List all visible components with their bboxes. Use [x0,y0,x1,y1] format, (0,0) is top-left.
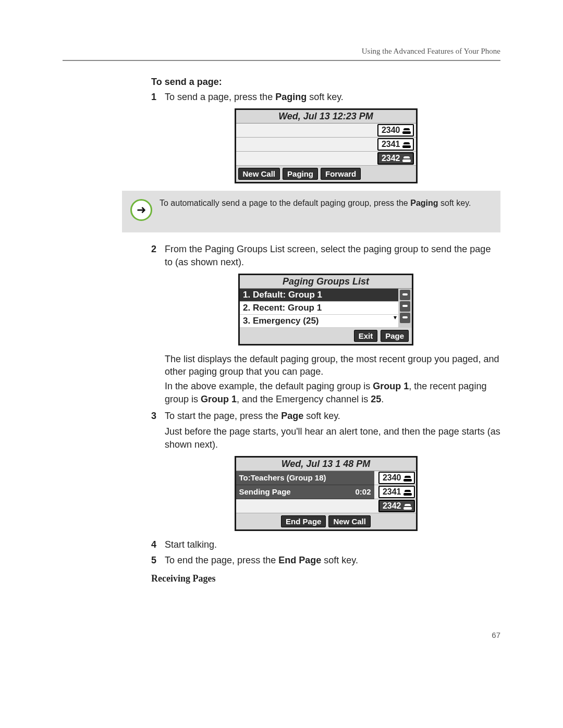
softkey-row: Exit Page [240,328,412,344]
screen-title: Paging Groups List [240,275,412,289]
step-2: 2 From the Paging Groups List screen, se… [151,243,500,268]
phone-icon [402,141,411,148]
content-column: To send a page: 1 To send a page, press … [151,77,500,584]
tip-callout: ➜ To automatically send a page to the de… [122,191,500,232]
phone-datetime: Wed, Jul 13 12:23 PM [236,110,416,124]
paragraph: The list displays the default paging gro… [165,353,500,378]
paging-groups-list: 1. Default: Group 1 2. Recent: Group 1 3… [240,289,398,328]
step-number: 3 [151,410,165,422]
steps-list: 1 To send a page, press the Paging soft … [151,91,500,103]
paragraph: In the above example, the default paging… [165,380,500,405]
softkey-page: Page [381,330,409,342]
line-key-3: 2342 [377,152,414,165]
line-key-2: 2341 [378,486,415,498]
line-row: 2340 [236,124,416,138]
phone-icon [403,502,412,510]
phone-icon [402,155,411,162]
line-key-3: 2342 [378,500,415,512]
steps-list: 2 From the Paging Groups List screen, se… [151,243,500,268]
softkey-end-page: End Page [281,515,326,527]
step-number: 4 [151,538,165,551]
phone-screenshot-idle: Wed, Jul 13 12:23 PM 2340 2341 2342 New … [235,108,418,183]
paragraph: Just before the page starts, you'll hear… [165,425,500,451]
call-timer: 0:02 [355,487,371,496]
subheading-receiving-pages: Receiving Pages [151,573,500,584]
list-item: 3. Emergency (25) [240,315,398,328]
running-header: Using the Advanced Features of Your Phon… [63,47,500,56]
step-text: Start talking. [165,538,500,551]
step-number: 1 [151,91,165,103]
step-number: 5 [151,554,165,566]
tip-icon: ➜ [130,199,152,221]
softkey-paging: Paging [283,168,318,180]
active-call-status: Sending Page 0:02 [236,485,374,499]
step-text: To send a page, press the Paging soft ke… [165,91,500,103]
page-number: 67 [492,631,500,639]
steps-list: 4 Start talking. 5 To end the page, pres… [151,538,500,567]
softkey-row: End Page New Call [236,513,416,529]
phone-icon [403,474,412,482]
step-5: 5 To end the page, press the End Page so… [151,554,500,566]
phone-datetime: Wed, Jul 13 1 48 PM [236,458,416,471]
line-key-1: 2340 [377,124,414,137]
softkey-exit: Exit [354,330,378,342]
step-text: To end the page, press the End Page soft… [165,554,500,566]
phone-screenshot-paging-groups: Paging Groups List 1. Default: Group 1 2… [238,274,413,346]
list-item: 2. Recent: Group 1 [240,302,398,315]
document-page: Using the Advanced Features of Your Phon… [0,0,563,728]
step-number: 2 [151,243,165,255]
line-icon [400,290,410,300]
step-text: From the Paging Groups List screen, sele… [165,243,500,268]
side-line-icons [398,289,412,328]
line-row: 2341 [236,138,416,152]
list-item: 1. Default: Group 1 [240,289,398,302]
section-title: To send a page: [151,77,500,88]
line-icon [400,301,410,312]
active-call-target: To:Teachers (Group 18) [236,471,374,485]
softkey-forward: Forward [321,168,361,180]
step-4: 4 Start talking. [151,538,500,551]
step-text: To start the page, press the Page soft k… [165,410,500,422]
line-row: 2342 [236,152,416,166]
softkey-row: New Call Paging Forward [236,166,416,182]
softkey-new-call: New Call [328,515,371,527]
header-rule [63,60,500,61]
steps-list: 3 To start the page, press the Page soft… [151,410,500,422]
phone-icon [403,488,412,496]
tip-text: To automatically send a page to the defa… [160,198,471,221]
phone-icon [402,127,411,134]
line-key-1: 2340 [378,472,415,484]
line-key-2: 2341 [377,138,414,151]
phone-screenshot-sending-page: Wed, Jul 13 1 48 PM To:Teachers (Group 1… [235,456,418,531]
step-3: 3 To start the page, press the Page soft… [151,410,500,422]
step-1: 1 To send a page, press the Paging soft … [151,91,500,103]
softkey-new-call: New Call [238,168,280,180]
line-icon [400,313,410,323]
